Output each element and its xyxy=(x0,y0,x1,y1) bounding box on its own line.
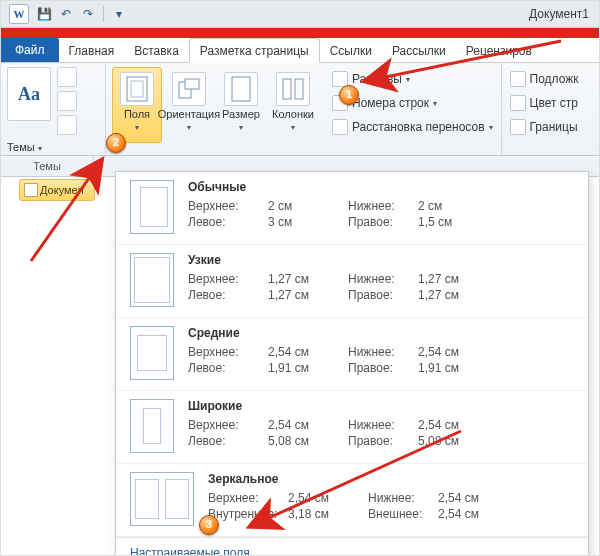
svg-rect-1 xyxy=(131,81,143,97)
margins-option-name: Зеркальное xyxy=(208,472,574,486)
margins-thumb-icon xyxy=(130,180,174,234)
margins-option-name: Обычные xyxy=(188,180,574,194)
ribbon-tabs: Файл Главная Вставка Разметка страницы С… xyxy=(1,38,599,63)
redo-icon[interactable]: ↷ xyxy=(79,5,97,23)
annotation-stripe xyxy=(1,28,599,38)
margins-option-values: Верхнее:2,54 смНижнее:2,54 смЛевое:5,08 … xyxy=(188,417,478,449)
group-themes: Aa Темы ▾ xyxy=(1,63,106,155)
margins-option[interactable]: ШирокиеВерхнее:2,54 смНижнее:2,54 смЛево… xyxy=(116,391,588,464)
title-bar: W 💾 ↶ ↷ ▾ Документ1 xyxy=(1,1,599,28)
margins-thumb-icon xyxy=(130,326,174,380)
margins-custom[interactable]: Настраиваемые поля... xyxy=(116,537,588,556)
margins-thumb-icon xyxy=(130,472,194,526)
tab-home[interactable]: Главная xyxy=(59,39,125,62)
margins-option-name: Узкие xyxy=(188,253,574,267)
margins-thumb-icon xyxy=(130,399,174,453)
margins-option-meta: ШирокиеВерхнее:2,54 смНижнее:2,54 смЛево… xyxy=(188,399,574,449)
tab-mailings[interactable]: Рассылки xyxy=(382,39,456,62)
margins-thumb-icon xyxy=(130,253,174,307)
theme-colors-icon[interactable] xyxy=(57,67,77,87)
margins-option[interactable]: СредниеВерхнее:2,54 смНижнее:2,54 смЛево… xyxy=(116,318,588,391)
group-page-setup-small: Разрывы▾ Номера строк▾ Расстановка перен… xyxy=(324,63,502,155)
tab-page-layout[interactable]: Разметка страницы xyxy=(189,38,320,63)
group-page-background: Подложк Цвет стр Границы xyxy=(502,63,587,155)
orientation-icon xyxy=(172,72,206,106)
ribbon: Aa Темы ▾ Поля▾ Ориентация▾ xyxy=(1,63,599,156)
group-page-setup: Поля▾ Ориентация▾ Размер▾ Колонки▾ xyxy=(106,63,324,155)
qat-separator xyxy=(103,6,104,22)
tab-insert[interactable]: Вставка xyxy=(124,39,189,62)
margins-option-meta: СредниеВерхнее:2,54 смНижнее:2,54 смЛево… xyxy=(188,326,574,376)
document-chip[interactable]: Докумен xyxy=(19,179,95,201)
tab-review[interactable]: Рецензиров xyxy=(456,39,542,62)
page-borders-icon xyxy=(510,119,526,135)
margins-icon xyxy=(120,72,154,106)
hyphenation-button[interactable]: Расстановка переносов▾ xyxy=(330,117,495,137)
theme-fonts-icon[interactable] xyxy=(57,91,77,111)
tab-file[interactable]: Файл xyxy=(1,38,59,62)
themes-button-label[interactable]: Темы ▾ xyxy=(7,141,99,153)
margins-option[interactable]: УзкиеВерхнее:1,27 смНижнее:1,27 смЛевое:… xyxy=(116,245,588,318)
hyphenation-icon xyxy=(332,119,348,135)
margins-option-values: Верхнее:2,54 смНижнее:2,54 смВнутреннее:… xyxy=(208,490,498,522)
themes-icon: Aa xyxy=(7,67,51,121)
columns-button[interactable]: Колонки▾ xyxy=(268,67,318,143)
callout-1: 1 xyxy=(339,85,359,105)
margins-option-name: Средние xyxy=(188,326,574,340)
watermark-icon xyxy=(510,71,526,87)
undo-icon[interactable]: ↶ xyxy=(57,5,75,23)
margins-dropdown: ОбычныеВерхнее:2 смНижнее:2 смЛевое:3 см… xyxy=(115,171,589,556)
save-icon[interactable]: 💾 xyxy=(35,5,53,23)
orientation-button[interactable]: Ориентация▾ xyxy=(164,67,214,143)
page-color-icon xyxy=(510,95,526,111)
qat-customize-icon[interactable]: ▾ xyxy=(110,5,128,23)
margins-button[interactable]: Поля▾ xyxy=(112,67,162,143)
margins-option[interactable]: ОбычныеВерхнее:2 смНижнее:2 смЛевое:3 см… xyxy=(116,172,588,245)
page-borders-button[interactable]: Границы xyxy=(508,117,581,137)
margins-option[interactable]: ЗеркальноеВерхнее:2,54 смНижнее:2,54 смВ… xyxy=(116,464,588,537)
callout-3: 3 xyxy=(199,515,219,535)
margins-option-values: Верхнее:2,54 смНижнее:2,54 смЛевое:1,91 … xyxy=(188,344,478,376)
svg-rect-5 xyxy=(283,79,291,99)
size-button[interactable]: Размер▾ xyxy=(216,67,266,143)
margins-option-values: Верхнее:1,27 смНижнее:1,27 смЛевое:1,27 … xyxy=(188,271,478,303)
callout-2: 2 xyxy=(106,133,126,153)
margins-option-values: Верхнее:2 смНижнее:2 смЛевое:3 смПравое:… xyxy=(188,198,478,230)
columns-icon xyxy=(276,72,310,106)
app-icon: W xyxy=(9,4,29,24)
margins-option-meta: ЗеркальноеВерхнее:2,54 смНижнее:2,54 смВ… xyxy=(208,472,574,522)
margins-option-meta: УзкиеВерхнее:1,27 смНижнее:1,27 смЛевое:… xyxy=(188,253,574,303)
margins-option-meta: ОбычныеВерхнее:2 смНижнее:2 смЛевое:3 см… xyxy=(188,180,574,230)
margins-option-name: Широкие xyxy=(188,399,574,413)
svg-rect-3 xyxy=(185,79,199,89)
page-color-button[interactable]: Цвет стр xyxy=(508,93,581,113)
svg-rect-6 xyxy=(295,79,303,99)
tab-references[interactable]: Ссылки xyxy=(320,39,382,62)
group-label-themes: Темы xyxy=(1,156,94,176)
svg-rect-4 xyxy=(232,77,250,101)
size-icon xyxy=(224,72,258,106)
watermark-button[interactable]: Подложк xyxy=(508,69,581,89)
theme-effects-icon[interactable] xyxy=(57,115,77,135)
document-title: Документ1 xyxy=(529,1,589,27)
margins-custom-label: Настраиваемые поля... xyxy=(130,546,260,556)
